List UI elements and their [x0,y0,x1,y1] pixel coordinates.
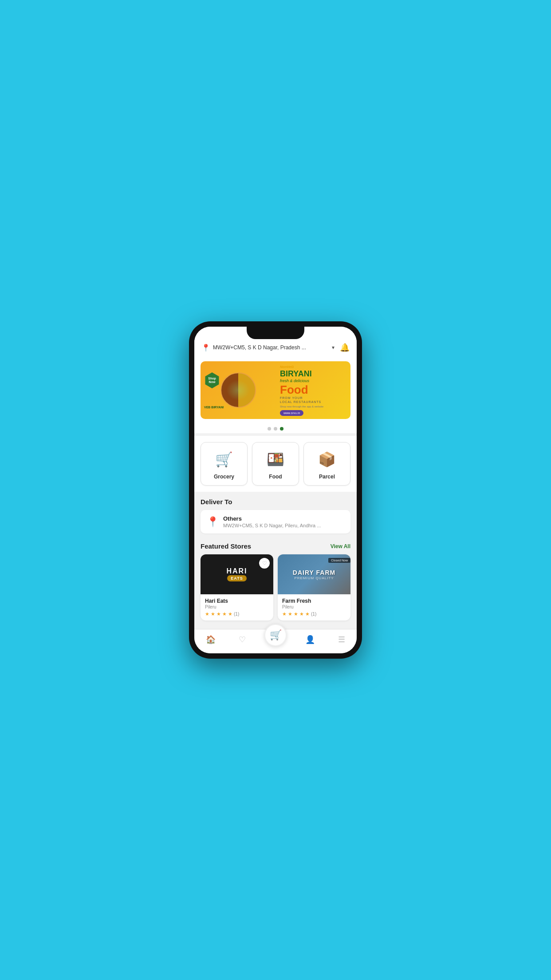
hari-text: HARI [226,567,247,575]
store-image-farm-fresh: Closed Now DAIRY FARM PREMIUM QUALITY [278,554,350,594]
food-label: Food [269,474,282,480]
wishlist-button-hari[interactable]: ♡ [259,558,270,569]
rating-count-hari: (1) [234,612,239,616]
nav-wishlist[interactable]: ♡ [234,633,250,646]
carousel-dots [194,423,357,433]
parcel-icon: 📦 [316,449,338,470]
location-text: MW2W+CM5, S K D Nagar, Pradesh ... [213,344,329,351]
featured-stores-title: Featured Stores [201,542,251,550]
bell-icon[interactable]: 🔔 [340,343,350,352]
star-2: ★ [288,611,292,617]
featured-stores-header: Featured Stores View All [194,536,357,554]
premium-quality-text: PREMIUM QUALITY [294,576,334,580]
store-rating-farm: ★ ★ ★ ★ ★ (1) [282,611,346,617]
banner-carousel: Shop Now VEB BIRYANI NonVeG BIRYANI fres… [194,357,357,423]
star-1: ★ [282,611,287,617]
menu-icon: ☰ [338,635,345,644]
scroll-content: Shop Now VEB BIRYANI NonVeG BIRYANI fres… [194,357,357,629]
closed-badge: Closed Now [328,558,350,563]
dairy-farm-text: DAIRY FARM [293,569,335,576]
store-info-hari: Hari Eats Pileru ★ ★ ★ ★ ★ (1) [201,594,273,620]
home-icon: 🏠 [206,635,216,644]
shop-text: Shop now through the app & website [280,405,346,408]
star-4: ★ [299,611,304,617]
phone-screen: 📍 MW2W+CM5, S K D Nagar, Pradesh ... ▾ 🔔… [194,327,357,653]
bottom-nav: 🏠 ♡ 🛒 👤 ☰ [194,629,357,653]
category-grocery[interactable]: 🛒 Grocery [201,442,248,486]
veb-biryani-label: VEB BIRYANI [204,406,224,409]
biryani-dish [220,372,256,408]
food-label: Food [280,384,346,395]
category-parcel[interactable]: 📦 Parcel [303,442,350,486]
store-location-farm: Pileru [282,605,346,609]
rating-count-farm: (1) [311,612,316,616]
deliver-pin-icon: 📍 [207,516,219,528]
wishlist-icon: ♡ [239,635,246,644]
deliver-address: MW2W+CM5, S K D Nagar, Pileru, Andhra ..… [223,523,321,528]
star-3: ★ [216,611,221,617]
deliver-to-title: Deliver To [201,498,350,506]
star-4: ★ [222,611,227,617]
star-2: ★ [211,611,215,617]
deliver-card[interactable]: 📍 Others MW2W+CM5, S K D Nagar, Pileru, … [201,510,350,533]
nav-menu[interactable]: ☰ [334,633,350,646]
dropdown-icon[interactable]: ▾ [332,344,335,351]
food-icon: 🍱 [265,449,286,470]
nav-profile[interactable]: 👤 [301,633,319,646]
grocery-icon: 🛒 [213,449,235,470]
nonveg-label: NonVeG [280,365,346,369]
star-5: ★ [305,611,310,617]
store-image-hari-eats: HARI EATS ♡ [201,554,273,594]
phone-frame: 📍 MW2W+CM5, S K D Nagar, Pradesh ... ▾ 🔔… [189,321,362,659]
store-card-hari-eats[interactable]: HARI EATS ♡ Hari Eats Pileru ★ ★ ★ ★ [201,554,273,620]
hari-eats-logo: HARI EATS [226,567,247,581]
dot-2[interactable] [274,427,277,431]
store-name-farm: Farm Fresh [282,598,346,604]
categories-section: 🛒 Grocery 🍱 Food 📦 Parcel [194,436,357,492]
store-rating-hari: ★ ★ ★ ★ ★ (1) [205,611,269,617]
grocery-label: Grocery [214,474,234,480]
parcel-label: Parcel [319,474,335,480]
from-label: FROM YOUR [280,396,346,399]
eats-badge: EATS [227,575,246,581]
notch [247,327,304,339]
store-info-farm: Farm Fresh Pileru ★ ★ ★ ★ ★ (1) [278,594,350,620]
cart-fab-button[interactable]: 🛒 [264,624,287,646]
location-pin-icon: 📍 [201,344,210,352]
stores-grid: HARI EATS ♡ Hari Eats Pileru ★ ★ ★ ★ [194,554,357,627]
profile-icon: 👤 [305,635,315,644]
dot-3-active[interactable] [280,427,283,431]
banner-slide[interactable]: Shop Now VEB BIRYANI NonVeG BIRYANI fres… [201,361,350,419]
star-1: ★ [205,611,209,617]
biryani-title: BIRYANI [280,370,346,378]
banner-left: Shop Now VEB BIRYANI [201,368,276,412]
deliver-location-name: Others [223,515,321,522]
deliver-info: Others MW2W+CM5, S K D Nagar, Pileru, An… [223,515,321,528]
dot-1[interactable] [268,427,271,431]
store-card-farm-fresh[interactable]: Closed Now DAIRY FARM PREMIUM QUALITY Fa… [278,554,350,620]
nav-home[interactable]: 🏠 [201,633,220,646]
banner-right: NonVeG BIRYANI fresh & delicious Food FR… [276,361,350,419]
view-all-button[interactable]: View All [331,543,350,549]
fresh-label: fresh & delicious [280,379,346,383]
store-name-hari: Hari Eats [205,598,269,604]
website-url[interactable]: www.srvu.in [280,410,303,416]
shop-now-badge[interactable]: Shop Now [204,372,220,388]
star-3: ★ [294,611,298,617]
local-label: LOCAL RESTAURANTS [280,400,346,403]
deliver-to-section: Deliver To 📍 Others MW2W+CM5, S K D Naga… [194,492,357,536]
category-food[interactable]: 🍱 Food [252,442,299,486]
cart-icon: 🛒 [270,629,282,641]
store-location-hari: Pileru [205,605,269,609]
star-5: ★ [228,611,232,617]
